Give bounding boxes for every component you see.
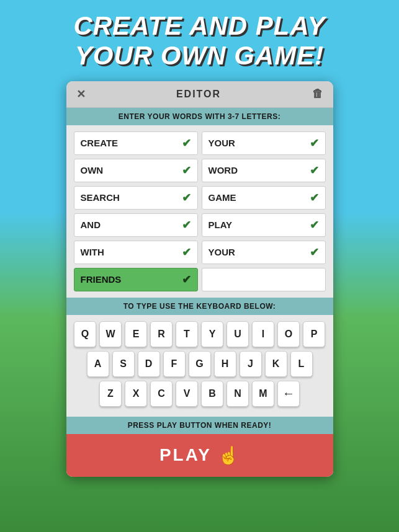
- key-e[interactable]: E: [125, 321, 147, 347]
- key-i[interactable]: I: [252, 321, 274, 347]
- play-instruction: PRESS PLAY BUTTON WHEN READY!: [66, 417, 333, 434]
- word-cell-empty[interactable]: [202, 268, 326, 291]
- key-q[interactable]: Q: [74, 321, 96, 347]
- word-text-create: CREATE: [81, 138, 119, 148]
- key-x[interactable]: X: [125, 381, 147, 407]
- key-r[interactable]: R: [150, 321, 173, 347]
- key-j[interactable]: J: [240, 351, 262, 377]
- key-h[interactable]: H: [214, 351, 236, 377]
- play-button[interactable]: PLAY ☝: [66, 434, 333, 477]
- play-label: PLAY: [159, 445, 212, 465]
- key-z[interactable]: Z: [99, 381, 122, 407]
- word-cell-your2[interactable]: YOUR ✔: [202, 241, 326, 264]
- enter-words-instruction: ENTER YOUR WORDS WITH 3-7 LETTERS:: [66, 108, 333, 125]
- word-text-play: PLAY: [208, 219, 233, 230]
- key-p[interactable]: P: [303, 321, 325, 347]
- keyboard-row-2: A S D F G H J K L: [71, 351, 328, 377]
- word-text-your2: YOUR: [208, 247, 235, 257]
- key-backspace[interactable]: ←: [277, 381, 300, 407]
- keyboard-instruction: TO TYPE USE THE KEYBOARD BELOW:: [66, 298, 333, 315]
- key-u[interactable]: U: [226, 321, 249, 347]
- word-text-word: WORD: [208, 165, 238, 175]
- checkmark-your2: ✔: [310, 246, 319, 259]
- close-button[interactable]: ✕: [76, 87, 86, 101]
- checkmark-with: ✔: [182, 246, 191, 259]
- keyboard-area: Q W E R T Y U I O P A S D F G H J K L Z …: [66, 315, 333, 417]
- key-m[interactable]: M: [252, 381, 274, 407]
- words-grid: CREATE ✔ YOUR ✔ OWN ✔ WORD ✔ SEARCH ✔ GA…: [66, 125, 333, 298]
- key-k[interactable]: K: [265, 351, 287, 377]
- word-cell-game[interactable]: GAME ✔: [202, 186, 326, 210]
- checkmark-create: ✔: [182, 136, 191, 150]
- key-c[interactable]: C: [150, 381, 173, 407]
- editor-panel: ✕ EDITOR 🗑 ENTER YOUR WORDS WITH 3-7 LET…: [66, 81, 333, 477]
- checkmark-word: ✔: [310, 164, 319, 177]
- checkmark-your1: ✔: [310, 136, 319, 150]
- key-s[interactable]: S: [112, 351, 135, 377]
- word-text-search: SEARCH: [81, 192, 120, 203]
- key-v[interactable]: V: [176, 381, 198, 407]
- finger-icon: ☝: [218, 445, 240, 466]
- word-cell-word[interactable]: WORD ✔: [202, 159, 326, 182]
- key-t[interactable]: T: [176, 321, 198, 347]
- checkmark-game: ✔: [310, 191, 319, 205]
- word-cell-and[interactable]: AND ✔: [74, 213, 198, 237]
- editor-title: EDITOR: [176, 89, 221, 100]
- key-w[interactable]: W: [99, 321, 122, 347]
- checkmark-and: ✔: [182, 218, 191, 232]
- word-text-with: WITH: [81, 247, 104, 257]
- key-y[interactable]: Y: [201, 321, 223, 347]
- word-text-own: OWN: [81, 165, 104, 175]
- word-text-your1: YOUR: [208, 138, 235, 148]
- word-text-and: AND: [81, 219, 101, 230]
- word-cell-own[interactable]: OWN ✔: [74, 159, 198, 182]
- key-b[interactable]: B: [201, 381, 223, 407]
- keyboard-row-3: Z X C V B N M ←: [71, 381, 328, 407]
- checkmark-search: ✔: [182, 191, 191, 205]
- key-n[interactable]: N: [226, 381, 249, 407]
- editor-header: ✕ EDITOR 🗑: [66, 81, 333, 108]
- key-f[interactable]: F: [163, 351, 186, 377]
- word-cell-friends[interactable]: FRIENDS ✔: [74, 268, 198, 291]
- word-text-game: GAME: [208, 192, 236, 203]
- word-cell-your1[interactable]: YOUR ✔: [202, 131, 326, 155]
- key-l[interactable]: L: [290, 351, 313, 377]
- key-o[interactable]: O: [277, 321, 300, 347]
- word-cell-create[interactable]: CREATE ✔: [74, 131, 198, 155]
- checkmark-friends: ✔: [182, 273, 191, 286]
- key-g[interactable]: G: [189, 351, 211, 377]
- word-cell-search[interactable]: SEARCH ✔: [74, 186, 198, 210]
- word-text-friends: FRIENDS: [81, 274, 122, 285]
- main-title: CREATE AND PLAYYOUR OWN GAME!: [73, 11, 325, 71]
- trash-button[interactable]: 🗑: [312, 87, 323, 100]
- checkmark-own: ✔: [182, 164, 191, 177]
- word-cell-with[interactable]: WITH ✔: [74, 241, 198, 264]
- key-a[interactable]: A: [87, 351, 109, 377]
- checkmark-play: ✔: [310, 218, 319, 232]
- keyboard-row-1: Q W E R T Y U I O P: [71, 321, 328, 347]
- word-cell-play[interactable]: PLAY ✔: [202, 213, 326, 237]
- key-d[interactable]: D: [138, 351, 160, 377]
